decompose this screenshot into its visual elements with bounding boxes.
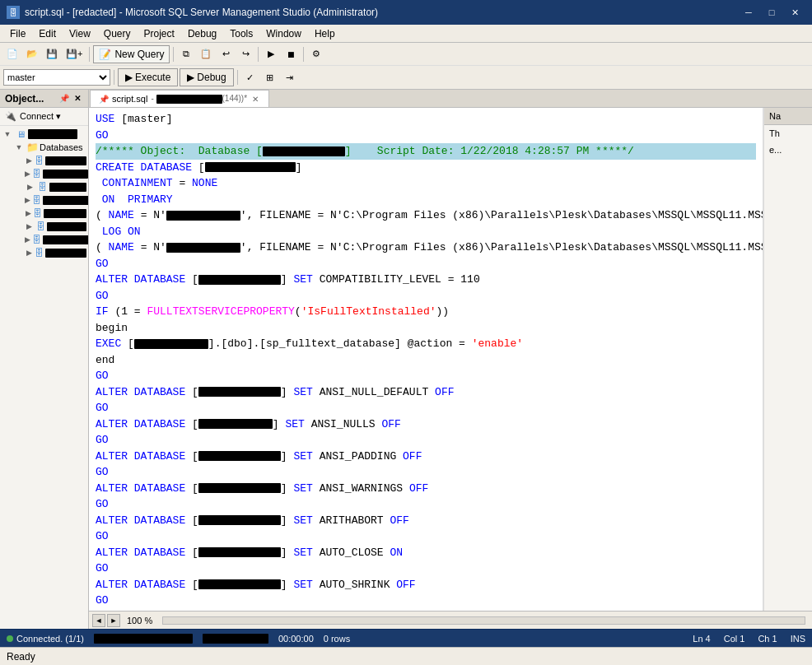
oe-close-button[interactable]: ✕: [72, 93, 83, 105]
db-name-label: [45, 249, 86, 258]
list-item[interactable]: ▶ 🗄: [2, 193, 86, 207]
list-item[interactable]: ▶ 🗄: [2, 246, 86, 259]
status-right: Ln 4 Col 1 Ch 1 INS: [693, 634, 805, 644]
expand-icon[interactable]: ▶: [25, 155, 33, 166]
tab-script-sql[interactable]: 📌 script.sql - (144))* ✕: [90, 90, 269, 107]
tree-databases-folder[interactable]: ▼ 📁 Databases: [2, 141, 86, 154]
expand-icon[interactable]: ▶: [25, 207, 31, 219]
maximize-button[interactable]: □: [761, 4, 782, 21]
paste-button[interactable]: 📋: [197, 45, 215, 63]
format-button[interactable]: ⊞: [261, 68, 279, 86]
code-line: ALTER DATABASE [] SET ANSI_NULLS OFF: [96, 416, 756, 433]
close-button[interactable]: ✕: [784, 4, 805, 21]
code-line: ALTER DATABASE [] SET AUTO_CLOSE ON: [96, 545, 756, 561]
list-item[interactable]: ▶ 🗄: [2, 180, 86, 193]
menu-project[interactable]: Project: [138, 26, 181, 41]
horizontal-scrollbar[interactable]: [162, 616, 805, 625]
ready-label: Ready: [7, 651, 35, 663]
db-name-label: [49, 183, 86, 192]
code-editor[interactable]: USE [master]GO/***** Object: Database []…: [89, 108, 763, 611]
code-line: ON PRIMARY: [96, 192, 756, 208]
settings-button[interactable]: ⚙: [307, 45, 325, 63]
code-line: GO: [96, 560, 756, 577]
execute-label: Execute: [135, 72, 170, 83]
menu-debug[interactable]: Debug: [181, 26, 223, 41]
db-icon: 🗄: [35, 155, 44, 166]
redo-button[interactable]: ↪: [236, 45, 254, 63]
stop-button[interactable]: ⏹: [282, 45, 300, 63]
menu-tools[interactable]: Tools: [223, 26, 259, 41]
copy-button[interactable]: ⧉: [177, 45, 195, 63]
db-icon: 🗄: [32, 234, 41, 245]
database-select[interactable]: master tempdb model msdb: [3, 69, 110, 86]
list-item[interactable]: ▶ 🗄: [2, 207, 86, 220]
db-icon: 🗄: [36, 221, 46, 232]
menu-edit[interactable]: Edit: [32, 26, 63, 41]
ready-bar: Ready: [0, 647, 812, 665]
parse-button[interactable]: ✓: [241, 68, 259, 86]
indent-button[interactable]: ⇥: [281, 68, 299, 86]
menu-query[interactable]: Query: [97, 26, 138, 41]
expand-icon[interactable]: ▶: [25, 168, 30, 179]
code-line: LOG ON: [96, 224, 756, 240]
code-line: ALTER DATABASE [] SET ANSI_WARNINGS OFF: [96, 481, 756, 497]
tree-server[interactable]: ▼ 🖥: [2, 128, 86, 141]
toolbar-row-2: master tempdb model msdb ▶ Execute ▶ Deb…: [0, 66, 812, 89]
server-info: [94, 634, 193, 644]
ins-display: INS: [791, 634, 805, 644]
db-name-label: [47, 222, 86, 231]
list-item[interactable]: ▶ 🗄: [2, 233, 86, 246]
expand-icon[interactable]: ▶: [25, 234, 30, 245]
list-item[interactable]: ▶ 🗄: [2, 220, 86, 233]
oe-pin-button[interactable]: 📌: [58, 93, 70, 105]
databases-label: Databases: [40, 142, 83, 152]
list-item[interactable]: ▶ 🗄: [2, 154, 86, 167]
new-file-button[interactable]: 📄: [3, 45, 21, 63]
scroll-left-button[interactable]: ◄: [92, 614, 105, 627]
execute-button[interactable]: ▶ Execute: [118, 68, 178, 86]
db-info: [203, 634, 268, 644]
title-text: script.sql - [redacted] - Microsoft SQL …: [25, 7, 378, 18]
new-query-button[interactable]: 📝 New Query: [93, 45, 170, 63]
code-line: ( NAME = N'', FILENAME = N'C:\Program Fi…: [96, 239, 756, 256]
tab-filename: script.sql: [112, 94, 147, 104]
db-icon: 🗄: [32, 168, 41, 179]
list-item[interactable]: ▶ 🗄: [2, 167, 86, 180]
tab-close-button[interactable]: ✕: [250, 95, 260, 104]
expand-icon[interactable]: ▶: [25, 181, 35, 193]
menu-help[interactable]: Help: [308, 26, 342, 41]
debug-icon: ▶: [187, 72, 194, 83]
scroll-right-button[interactable]: ►: [107, 614, 120, 627]
db-name-label: [43, 196, 88, 205]
code-line: ALTER DATABASE [] SET ARITHABORT OFF: [96, 513, 756, 529]
code-line: GO: [96, 593, 756, 607]
expand-icon[interactable]: ▶: [25, 221, 35, 232]
save-button[interactable]: 💾: [43, 45, 61, 63]
code-line: GO: [96, 128, 756, 144]
col-display: Col 1: [724, 634, 745, 644]
code-line: GO: [96, 288, 756, 305]
menu-window[interactable]: Window: [259, 26, 308, 41]
run-button[interactable]: ▶: [262, 45, 280, 63]
expand-icon[interactable]: ▶: [25, 247, 33, 258]
oe-connect-button[interactable]: 🔌 Connect ▾: [0, 108, 88, 126]
expand-icon[interactable]: ▶: [25, 194, 30, 206]
rows-display: 0 rows: [324, 634, 350, 644]
status-bar: Connected. (1/1) 00:00:00 0 rows Ln 4 Co…: [0, 629, 812, 647]
code-content[interactable]: USE [master]GO/***** Object: Database []…: [89, 111, 763, 607]
menu-file[interactable]: File: [3, 26, 32, 41]
save-all-button[interactable]: 💾+: [63, 45, 86, 63]
expand-icon[interactable]: ▼: [2, 128, 13, 140]
db-name-label: [44, 209, 86, 218]
code-line: EXEC [].[dbo].[sp_fulltext_database] @ac…: [96, 336, 756, 352]
debug-button[interactable]: ▶ Debug: [180, 68, 233, 86]
expand-icon[interactable]: ▼: [13, 142, 25, 153]
minimap-content2: e...: [764, 142, 812, 158]
db-name-label: [43, 170, 88, 179]
time-display: 00:00:00: [278, 634, 314, 644]
minimize-button[interactable]: ─: [738, 4, 759, 21]
undo-button[interactable]: ↩: [217, 45, 235, 63]
menu-view[interactable]: View: [63, 26, 97, 41]
code-line: GO: [96, 368, 756, 384]
open-button[interactable]: 📂: [23, 45, 41, 63]
